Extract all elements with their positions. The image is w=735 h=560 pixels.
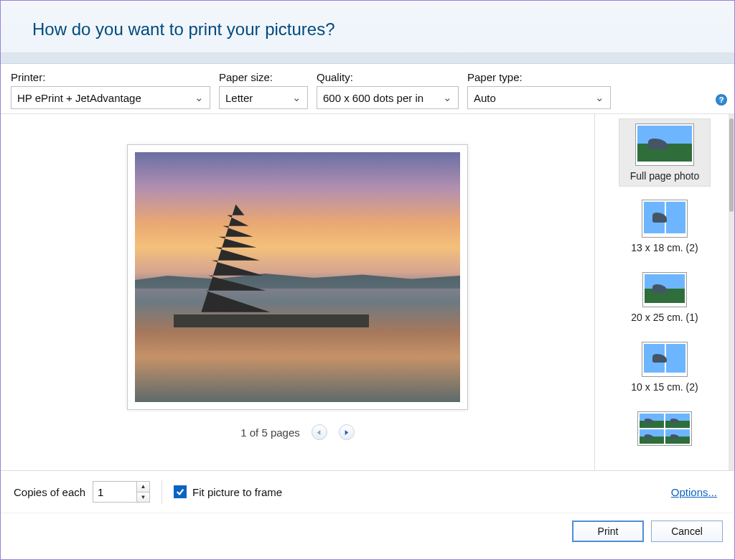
pager: 1 of 5 pages: [240, 424, 355, 440]
paper-type-field: Paper type: Auto ⌄: [467, 71, 611, 109]
prev-page-button[interactable]: [312, 424, 327, 440]
help-icon[interactable]: ?: [716, 94, 727, 106]
options-link[interactable]: Options...: [671, 486, 717, 498]
copies-spinner[interactable]: ▲ ▼: [93, 481, 150, 503]
printer-value: HP ePrint + JetAdvantage: [17, 92, 141, 104]
printer-select[interactable]: HP ePrint + JetAdvantage ⌄: [11, 86, 210, 109]
fit-checkbox[interactable]: [174, 485, 187, 498]
printer-field: Printer: HP ePrint + JetAdvantage ⌄: [11, 71, 210, 109]
quality-value: 600 x 600 dots per in: [323, 92, 423, 104]
next-page-button[interactable]: [339, 424, 355, 440]
dialog-title: How do you want to print your pictures?: [1, 1, 734, 52]
fit-to-frame-field[interactable]: Fit picture to frame: [174, 485, 282, 498]
paper-size-label: Paper size:: [219, 71, 308, 83]
quality-select[interactable]: 600 x 600 dots per in ⌄: [317, 86, 459, 109]
bottom-bar: Copies of each ▲ ▼ Fit picture to frame …: [1, 471, 734, 513]
print-settings-row: Printer: HP ePrint + JetAdvantage ⌄ Pape…: [1, 64, 734, 113]
footer: Print Cancel: [1, 513, 734, 542]
chevron-down-icon: ⌄: [595, 91, 604, 104]
paper-type-value: Auto: [474, 92, 496, 104]
layout-13x18[interactable]: 13 x 18 cm. (2): [631, 194, 698, 259]
fit-label: Fit picture to frame: [192, 486, 282, 498]
layout-more[interactable]: [637, 406, 692, 452]
paper-size-value: Letter: [225, 92, 253, 104]
header-band: [1, 52, 734, 64]
quality-label: Quality:: [317, 71, 459, 83]
main-area: 1 of 5 pages Full page photo 13 x 18 cm.…: [1, 113, 734, 471]
spin-up-icon[interactable]: ▲: [137, 482, 149, 493]
triangle-right-icon: [343, 429, 350, 436]
layout-20x25[interactable]: 20 x 25 cm. (1): [631, 266, 698, 329]
quality-field: Quality: 600 x 600 dots per in ⌄: [317, 71, 459, 109]
separator: [161, 480, 162, 504]
paper-type-label: Paper type:: [467, 71, 611, 83]
preview-pane: 1 of 5 pages: [1, 114, 594, 470]
printer-label: Printer:: [11, 71, 210, 83]
layout-pane: Full page photo 13 x 18 cm. (2) 20 x 25 …: [594, 114, 734, 470]
preview-photo: [135, 152, 460, 402]
chevron-down-icon: ⌄: [292, 91, 301, 104]
copies-field: Copies of each ▲ ▼: [14, 481, 150, 503]
layout-scrollbar[interactable]: [729, 114, 734, 470]
chevron-down-icon: ⌄: [443, 91, 452, 104]
triangle-left-icon: [316, 429, 322, 436]
paper-size-field: Paper size: Letter ⌄: [219, 71, 308, 109]
preview-page: [127, 144, 468, 410]
layout-label: 20 x 25 cm. (1): [631, 312, 698, 323]
layout-label: 10 x 15 cm. (2): [631, 381, 698, 393]
layout-label: Full page photo: [630, 170, 700, 182]
paper-size-select[interactable]: Letter ⌄: [219, 86, 308, 109]
check-icon: [176, 487, 184, 496]
pager-text: 1 of 5 pages: [240, 426, 300, 439]
copies-label: Copies of each: [14, 486, 85, 498]
print-button[interactable]: Print: [572, 521, 644, 542]
cancel-button[interactable]: Cancel: [651, 521, 723, 542]
layout-full-page[interactable]: Full page photo: [619, 118, 711, 187]
spin-down-icon[interactable]: ▼: [137, 493, 149, 503]
copies-input[interactable]: [93, 482, 136, 502]
layout-label: 13 x 18 cm. (2): [631, 242, 698, 253]
paper-type-select[interactable]: Auto ⌄: [467, 86, 611, 109]
layout-10x15[interactable]: 10 x 15 cm. (2): [631, 336, 698, 398]
chevron-down-icon: ⌄: [195, 91, 204, 104]
